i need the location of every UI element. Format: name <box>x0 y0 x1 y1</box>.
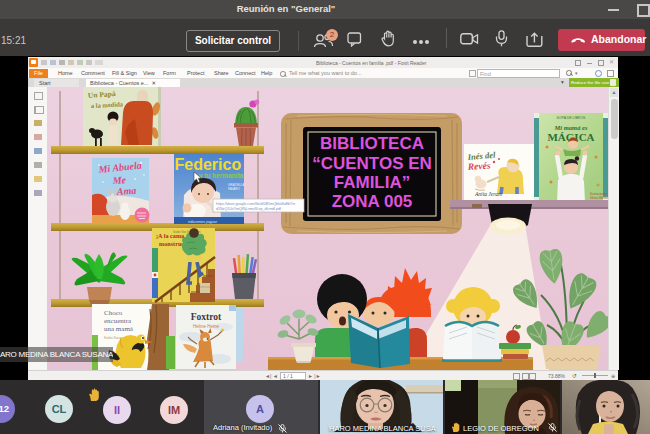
svg-text:Federico: Federico <box>175 156 242 173</box>
svg-text:“CUENTOS EN: “CUENTOS EN <box>312 154 432 173</box>
svg-text:Ulises Wensell: Ulises Wensell <box>590 196 608 200</box>
svg-text:https​:/​/drive.google.com/fil: https​:/​/drive.google.com/file/d/0B5mQb… <box>216 202 295 206</box>
svg-text:Me: Me <box>111 174 127 186</box>
svg-text:FAMILIA”: FAMILIA” <box>334 173 411 192</box>
svg-text:una mamá: una mamá <box>104 325 134 333</box>
svg-text:FAVARO: FAVARO <box>228 187 240 191</box>
svg-text:Mi mamá es: Mi mamá es <box>554 124 588 131</box>
svg-text:Foxtrot: Foxtrot <box>191 312 222 322</box>
svg-text:Ama: Ama <box>115 185 136 197</box>
svg-text:Anita Jeram: Anita Jeram <box>474 191 502 197</box>
svg-text:BIBLIOTECA: BIBLIOTECA <box>320 134 424 153</box>
svg-text:Helme Heine: Helme Heine <box>193 324 220 329</box>
svg-text:SOPA DE LIBROS: SOPA DE LIBROS <box>557 116 587 120</box>
svg-text:d1NzQ1UvYmQlRjLsmx3Lnp_dlcmdl.: d1NzQ1UvYmQlRjLsmx3Lnp_dlcmdl.pdf <box>216 207 281 211</box>
svg-text:Revés: Revés <box>466 160 491 172</box>
svg-text:ediciones jaguar: ediciones jaguar <box>188 219 218 224</box>
svg-text:Choco: Choco <box>104 309 123 317</box>
svg-text:ZONA 005: ZONA 005 <box>332 192 413 211</box>
svg-text:encuentra: encuentra <box>104 317 132 325</box>
